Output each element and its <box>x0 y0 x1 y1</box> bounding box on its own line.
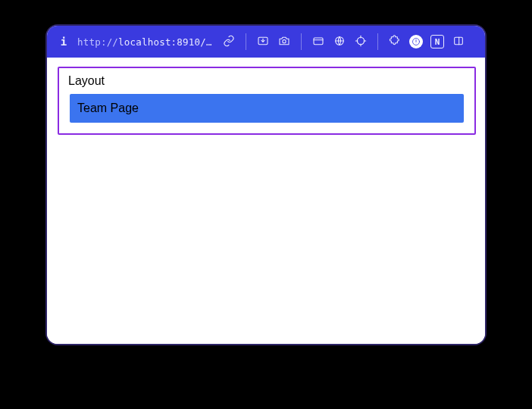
page-label: Team Page <box>77 101 139 114</box>
browser-toolbar: i http://localhost:8910/abo… <box>47 26 485 58</box>
notion-icon: N <box>430 35 444 48</box>
svg-rect-2 <box>314 38 323 45</box>
alert-circle-icon <box>409 35 423 48</box>
panel-toggle-icon <box>452 35 465 49</box>
extensions-group: N <box>386 33 468 51</box>
svg-point-1 <box>283 39 286 42</box>
site-info-button[interactable]: i <box>55 33 73 51</box>
address-bar[interactable]: http://localhost:8910/abo… <box>77 36 215 48</box>
network-button[interactable] <box>330 33 349 51</box>
camera-icon <box>278 35 290 49</box>
target-button[interactable] <box>352 33 370 51</box>
screenshot-button[interactable] <box>275 33 293 51</box>
url-rest: localhost:8910/abo… <box>118 36 215 48</box>
globe-icon <box>333 35 346 49</box>
download-tray-button[interactable] <box>254 33 272 51</box>
copy-link-button[interactable] <box>220 33 238 51</box>
url-scheme: http:// <box>77 36 118 48</box>
folder-icon <box>312 35 324 49</box>
page-content: Layout Team Page <box>47 58 485 344</box>
download-tray-icon <box>257 35 269 49</box>
crosshair-icon <box>355 35 367 49</box>
browser-window: i http://localhost:8910/abo… <box>45 24 487 345</box>
toolbar-separator <box>301 33 302 50</box>
toolbar-separator <box>246 33 246 50</box>
puzzle-icon <box>389 35 401 49</box>
extensions-button[interactable] <box>386 33 404 51</box>
panel-toggle-button[interactable] <box>449 33 468 51</box>
notion-extension-button[interactable]: N <box>428 33 446 51</box>
page-highlight: Team Page <box>70 94 464 123</box>
site-status-button[interactable] <box>407 33 425 51</box>
svg-point-4 <box>357 37 364 44</box>
info-icon: i <box>57 36 70 47</box>
link-icon <box>223 35 235 49</box>
layout-outline: Layout Team Page <box>58 67 476 135</box>
nav-group <box>309 33 370 51</box>
capture-group <box>254 33 293 51</box>
svg-point-6 <box>416 43 417 44</box>
svg-rect-7 <box>455 37 463 44</box>
toolbar-separator <box>377 33 378 50</box>
files-button[interactable] <box>309 33 327 51</box>
layout-label: Layout <box>67 73 467 94</box>
